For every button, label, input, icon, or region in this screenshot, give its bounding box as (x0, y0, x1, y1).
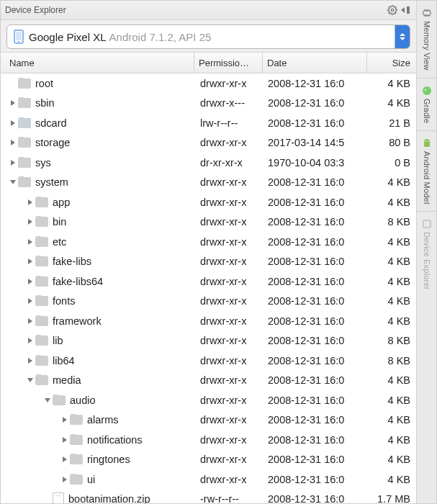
tree-row[interactable]: ringtonesdrwxr-xr-x2008-12-31 16:04 KB (1, 450, 416, 470)
disclosure-arrow-collapsed-icon[interactable] (61, 476, 68, 483)
tree-row[interactable]: sdcardlrw-r--r--2008-12-31 16:021 B (1, 113, 416, 133)
tree-row[interactable]: notificationsdrwxr-xr-x2008-12-31 16:04 … (1, 430, 416, 450)
device-dropdown-button[interactable] (395, 25, 410, 48)
file-tree[interactable]: rootdrwxr-xr-x2008-12-31 16:04 KBsbindrw… (1, 73, 416, 503)
panel-header: Device Explorer (1, 1, 416, 20)
disclosure-arrow-collapsed-icon[interactable] (27, 238, 34, 246)
permissions-cell: drwxr-xr-x (196, 78, 263, 89)
hide-panel-icon[interactable] (399, 4, 412, 17)
column-date-header[interactable]: Date (262, 53, 366, 73)
disclosure-arrow-collapsed-icon[interactable] (61, 456, 68, 463)
column-name-header[interactable]: Name (6, 53, 194, 73)
date-cell: 2008-12-31 16:0 (263, 117, 367, 129)
date-cell: 2008-12-31 16:0 (263, 434, 367, 446)
file-icon (53, 492, 64, 503)
tree-row[interactable]: alarmsdrwxr-xr-x2008-12-31 16:04 KB (1, 410, 416, 431)
size-cell: 4 KB (367, 374, 416, 386)
folder-icon (35, 336, 48, 346)
size-cell: 8 KB (367, 335, 416, 346)
column-size-header[interactable]: Size (366, 53, 416, 73)
tree-row[interactable]: frameworkdrwxr-xr-x2008-12-31 16:04 KB (1, 311, 416, 331)
disclosure-arrow-collapsed-icon[interactable] (27, 297, 34, 305)
folder-icon (70, 454, 83, 464)
tree-row[interactable]: uidrwxr-xr-x2008-12-31 16:04 KB (1, 469, 416, 490)
rail-gradle[interactable]: Gradle (422, 78, 432, 130)
rail-memory-view[interactable]: Memory View (422, 1, 432, 78)
disclosure-arrow-expanded-icon[interactable] (44, 397, 51, 404)
permissions-cell: drwxr-xr-x (196, 395, 263, 406)
disclosure-arrow-collapsed-icon[interactable] (61, 416, 68, 423)
tree-row[interactable]: fontsdrwxr-xr-x2008-12-31 16:04 KB (1, 292, 416, 312)
tree-row-label: fonts (53, 295, 75, 307)
tree-row[interactable]: libdrwxr-xr-x2008-12-31 16:08 KB (1, 331, 416, 351)
permissions-cell: drwxr-xr-x (196, 197, 263, 208)
permissions-cell: drwxr-xr-x (196, 276, 263, 287)
folder-icon (18, 158, 31, 168)
disclosure-arrow-collapsed-icon[interactable] (27, 278, 34, 285)
gear-icon[interactable] (386, 4, 399, 17)
tree-row[interactable]: mediadrwxr-xr-x2008-12-31 16:04 KB (1, 371, 416, 391)
size-cell: 21 B (367, 117, 416, 129)
permissions-cell: drwxr-xr-x (196, 216, 263, 228)
main-pane: Device Explorer Google Pixel XL Android … (1, 1, 416, 503)
disclosure-arrow-collapsed-icon[interactable] (27, 218, 34, 225)
disclosure-arrow-expanded-icon[interactable] (9, 179, 17, 186)
tree-row[interactable]: sbindrwxr-x---2008-12-31 16:04 KB (1, 94, 416, 114)
tree-row[interactable]: bootanimation.zip-rw-r--r--2008-12-31 16… (1, 490, 416, 504)
folder-icon (35, 375, 48, 385)
column-permissions-header[interactable]: Permissio… (194, 53, 262, 73)
tree-row[interactable]: lib64drwxr-xr-x2008-12-31 16:08 KB (1, 351, 416, 371)
tool-window-rail: Memory View Gradle Android Model Device … (416, 1, 436, 503)
tree-row-label: fake-libs (53, 256, 91, 267)
date-cell: 2008-12-31 16:0 (263, 256, 367, 267)
tree-row[interactable]: etcdrwxr-xr-x2008-12-31 16:04 KB (1, 232, 416, 252)
size-cell: 8 KB (367, 216, 416, 228)
disclosure-arrow-collapsed-icon[interactable] (9, 99, 17, 107)
date-cell: 2008-12-31 16:0 (263, 454, 367, 465)
folder-icon (70, 415, 83, 425)
tree-row-label: bootanimation.zip (68, 493, 150, 503)
rail-device-explorer[interactable]: Device Explorer (422, 212, 432, 297)
disclosure-arrow-expanded-icon[interactable] (27, 377, 34, 384)
disclosure-arrow-collapsed-icon[interactable] (27, 337, 34, 344)
folder-icon (35, 276, 48, 287)
tree-row-label: system (35, 176, 68, 188)
folder-icon (35, 237, 48, 247)
tree-row[interactable]: appdrwxr-xr-x2008-12-31 16:04 KB (1, 192, 416, 212)
rail-android-model[interactable]: Android Model (422, 131, 432, 212)
disclosure-arrow-collapsed-icon[interactable] (27, 258, 34, 265)
tree-row-label: lib64 (53, 355, 75, 366)
disclosure-arrow-collapsed-icon[interactable] (9, 159, 17, 166)
disclosure-arrow-collapsed-icon[interactable] (61, 436, 68, 444)
folder-icon (35, 356, 48, 366)
folder-symlink-icon (18, 118, 31, 128)
disclosure-arrow-collapsed-icon[interactable] (9, 139, 17, 146)
tree-row[interactable]: sysdr-xr-xr-x1970-10-04 03:30 B (1, 153, 416, 173)
svg-point-4 (18, 41, 19, 42)
date-cell: 2008-12-31 16:0 (263, 335, 367, 346)
tree-row[interactable]: storagedrwxr-xr-x2017-03-14 14:580 B (1, 133, 416, 153)
device-selector[interactable]: Google Pixel XL Android 7.1.2, API 25 (6, 24, 410, 49)
size-cell: 4 KB (367, 454, 416, 465)
permissions-cell: drwxr-xr-x (196, 295, 263, 307)
tree-row[interactable]: rootdrwxr-xr-x2008-12-31 16:04 KB (1, 73, 416, 94)
disclosure-arrow-collapsed-icon[interactable] (27, 357, 34, 364)
tree-row[interactable]: fake-libs64drwxr-xr-x2008-12-31 16:04 KB (1, 271, 416, 292)
date-cell: 2008-12-31 16:0 (263, 474, 367, 485)
size-cell: 4 KB (367, 78, 416, 89)
tree-row-label: app (53, 197, 70, 208)
tree-row[interactable]: bindrwxr-xr-x2008-12-31 16:08 KB (1, 212, 416, 233)
tree-row-label: notifications (87, 434, 143, 446)
disclosure-arrow-collapsed-icon[interactable] (9, 120, 17, 127)
svg-point-8 (425, 140, 426, 142)
disclosure-arrow-collapsed-icon[interactable] (27, 199, 34, 206)
folder-icon (35, 316, 48, 326)
tree-row[interactable]: audiodrwxr-xr-x2008-12-31 16:04 KB (1, 390, 416, 410)
device-explorer-window: Device Explorer Google Pixel XL Android … (0, 0, 437, 504)
date-cell: 2008-12-31 16:0 (263, 374, 367, 386)
tree-row[interactable]: systemdrwxr-xr-x2008-12-31 16:04 KB (1, 173, 416, 193)
svg-point-6 (423, 86, 431, 95)
android-icon (422, 138, 432, 148)
disclosure-arrow-collapsed-icon[interactable] (27, 318, 34, 325)
tree-row[interactable]: fake-libsdrwxr-xr-x2008-12-31 16:04 KB (1, 252, 416, 272)
